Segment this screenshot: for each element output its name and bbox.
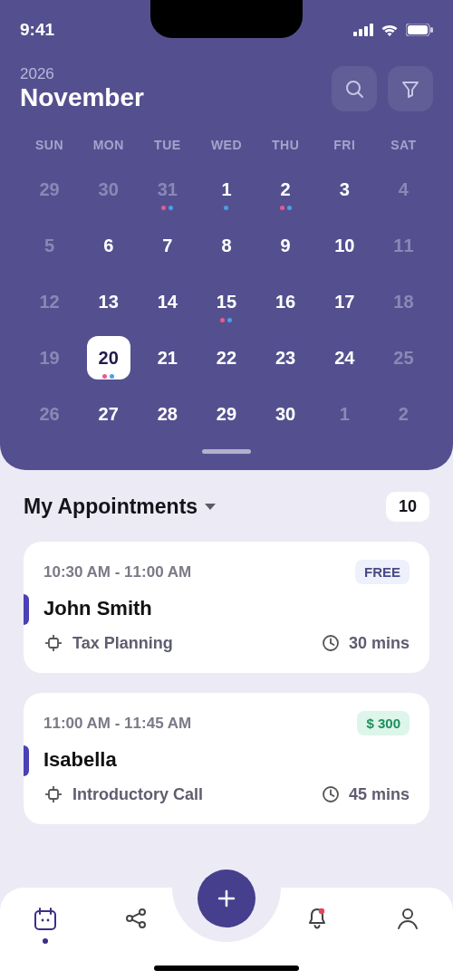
home-indicator[interactable]: [154, 966, 299, 971]
day-number: 30: [99, 179, 119, 200]
calendar-day[interactable]: 19: [20, 330, 79, 386]
day-number: 8: [221, 235, 231, 256]
day-number: 6: [103, 235, 113, 256]
calendar-day[interactable]: 2: [256, 161, 315, 217]
day-number: 11: [393, 235, 413, 256]
day-number: 28: [158, 404, 178, 425]
day-number: 29: [39, 179, 59, 200]
calendar-day[interactable]: 22: [197, 330, 255, 386]
filter-button[interactable]: [388, 66, 433, 111]
nav-share[interactable]: [111, 906, 161, 931]
bottom-nav-area: [0, 870, 453, 980]
appointment-category: Introductory Call: [72, 785, 203, 804]
day-number: 12: [39, 292, 59, 312]
event-dots: [280, 206, 292, 210]
nav-profile[interactable]: [382, 906, 433, 931]
appointment-card[interactable]: 11:00 AM - 11:45 AM$ 300IsabellaIntroduc…: [24, 693, 429, 824]
day-number: 3: [340, 179, 350, 200]
calendar-panel: 9:41 2026 November: [0, 0, 453, 470]
calendar-day[interactable]: 11: [374, 217, 433, 274]
calendar-day[interactable]: 5: [20, 217, 79, 274]
svg-rect-5: [408, 25, 428, 34]
day-number: 23: [275, 348, 295, 369]
weekday-label: FRI: [315, 138, 374, 152]
event-dots: [102, 374, 114, 379]
filter-icon: [400, 78, 421, 100]
appointment-time: 10:30 AM - 11:00 AM: [43, 563, 191, 581]
calendar-day[interactable]: 6: [79, 217, 138, 274]
calendar-icon: [32, 906, 59, 933]
calendar-day[interactable]: 31: [138, 161, 197, 217]
appointments-section: My Appointments 10 10:30 AM - 11:00 AMFR…: [0, 470, 453, 824]
appointment-category: Tax Planning: [72, 634, 173, 653]
calendar-day[interactable]: 10: [315, 217, 374, 274]
calendar-day[interactable]: 18: [374, 274, 433, 330]
calendar-day[interactable]: 14: [138, 274, 197, 330]
profile-icon: [395, 906, 420, 931]
clock-icon: [322, 785, 340, 803]
calendar-day[interactable]: 1: [197, 161, 255, 217]
appointments-dropdown[interactable]: My Appointments: [24, 495, 216, 519]
calendar-day[interactable]: 25: [374, 330, 433, 386]
calendar-day[interactable]: 23: [256, 330, 315, 386]
calendar-day[interactable]: 15: [197, 274, 255, 330]
calendar-day[interactable]: 12: [20, 274, 79, 330]
weekday-label: SAT: [374, 138, 433, 152]
day-number: 31: [158, 179, 178, 200]
svg-rect-1: [359, 29, 362, 36]
calendar-day[interactable]: 2: [374, 386, 433, 442]
price-badge: $ 300: [357, 711, 410, 735]
day-number: 14: [158, 292, 178, 312]
appointment-card[interactable]: 10:30 AM - 11:00 AMFREEJohn SmithTax Pla…: [24, 542, 429, 673]
category-icon: [43, 633, 63, 653]
calendar-day[interactable]: 28: [138, 386, 197, 442]
calendar-day[interactable]: 29: [20, 161, 79, 217]
weekday-row: SUN MON TUE WED THU FRI SAT: [20, 138, 433, 152]
svg-point-32: [140, 922, 145, 927]
nav-notifications[interactable]: [292, 906, 342, 931]
calendar-day[interactable]: 9: [256, 217, 315, 274]
calendar-day[interactable]: 13: [79, 274, 138, 330]
day-number: 22: [217, 348, 236, 369]
day-number: 1: [221, 179, 231, 200]
svg-point-30: [127, 916, 132, 921]
calendar-day[interactable]: 16: [256, 274, 315, 330]
day-number: 2: [281, 179, 291, 200]
calendar-day[interactable]: 27: [79, 386, 138, 442]
calendar-day[interactable]: 29: [197, 386, 255, 442]
day-number: 15: [217, 292, 236, 312]
clock-icon: [322, 634, 340, 652]
event-dots: [220, 318, 232, 322]
active-indicator: [43, 938, 48, 944]
calendar-day[interactable]: 1: [315, 386, 374, 442]
search-button[interactable]: [332, 66, 377, 111]
day-number: 9: [281, 235, 291, 256]
svg-rect-3: [370, 24, 373, 36]
calendar-day[interactable]: 30: [79, 161, 138, 217]
calendar-day[interactable]: 8: [197, 217, 255, 274]
calendar-day[interactable]: 20: [79, 330, 138, 386]
add-button[interactable]: [198, 870, 255, 927]
calendar-day[interactable]: 21: [138, 330, 197, 386]
calendar-day[interactable]: 30: [256, 386, 315, 442]
calendar-day[interactable]: 7: [138, 217, 197, 274]
day-number: 17: [334, 292, 354, 312]
weekday-label: THU: [256, 138, 315, 152]
calendar-day[interactable]: 3: [315, 161, 374, 217]
panel-drag-handle[interactable]: [202, 449, 251, 454]
day-number: 1: [340, 404, 350, 425]
day-number: 19: [39, 348, 59, 369]
calendar-day[interactable]: 4: [374, 161, 433, 217]
battery-icon: [406, 24, 433, 36]
appointments-title: My Appointments: [24, 495, 198, 519]
svg-point-36: [403, 909, 412, 918]
event-dots: [161, 206, 173, 210]
calendar-day[interactable]: 24: [315, 330, 374, 386]
plus-icon: [214, 886, 239, 911]
weekday-label: TUE: [138, 138, 197, 152]
calendar-day[interactable]: 26: [20, 386, 79, 442]
nav-calendar[interactable]: [20, 906, 71, 944]
calendar-day[interactable]: 17: [315, 274, 374, 330]
share-icon: [123, 906, 149, 931]
month-picker[interactable]: 2026 November: [20, 65, 144, 112]
